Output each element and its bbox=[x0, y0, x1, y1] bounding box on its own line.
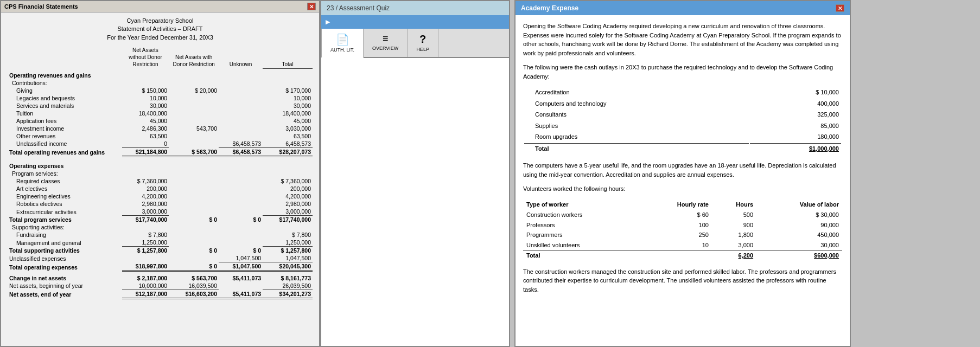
vol-col-value: Value of labor bbox=[756, 199, 842, 210]
volunteer-note: Volunteers worked the following hours: bbox=[523, 184, 842, 194]
volunteer-row: Programmers2501,800450,000 bbox=[523, 230, 842, 240]
change-net-assets-row: Change in net assets $ 2,187,000 $ 563,7… bbox=[8, 274, 313, 282]
cash-amount: $1,000,000 bbox=[750, 143, 841, 154]
help-label: HELP bbox=[416, 47, 429, 52]
engineering-electives-row: Engineering electives 4,200,000 4,200,00… bbox=[8, 192, 313, 200]
intro-para-1: Opening the Software Coding Academy requ… bbox=[523, 22, 842, 57]
unclassified-income-row: Unclassified income 0 $6,458,573 6,458,5… bbox=[8, 140, 313, 148]
vol-col-rate: Hourly rate bbox=[640, 199, 712, 210]
vol-cell-hours: 1,800 bbox=[712, 230, 756, 240]
tab-auth-lit[interactable]: 📄 AUTH. LIT. bbox=[321, 29, 364, 58]
right-titlebar: Academy Expense ✕ bbox=[516, 1, 850, 15]
giving-row: Giving $ 150,000 $ 20,000 $ 170,000 bbox=[8, 87, 313, 94]
net-assets-end-row: Net assets, end of year $12,187,000 $16,… bbox=[8, 290, 313, 298]
middle-header: 23 / Assessment Quiz bbox=[321, 1, 509, 15]
vol-cell-value: 30,000 bbox=[756, 240, 842, 250]
extracurricular-row: Extracurricular activities 3,000,000 3,0… bbox=[8, 208, 313, 216]
vol-cell-rate: 250 bbox=[640, 230, 712, 240]
middle-panel: 23 / Assessment Quiz ▶ 📄 AUTH. LIT. ≡ OV… bbox=[320, 0, 510, 347]
vol-cell-rate bbox=[640, 250, 712, 261]
breadcrumb: 23 / Assessment Quiz bbox=[327, 4, 390, 12]
op-expenses-header: Operating expenses bbox=[8, 159, 313, 170]
net-assets-beginning-row: Net assets, beginning of year 10,000,000… bbox=[8, 282, 313, 290]
right-content: Opening the Software Coding Academy requ… bbox=[516, 15, 850, 346]
vol-col-type: Type of worker bbox=[523, 199, 640, 210]
cash-outlay-row: Room upgrades180,000 bbox=[524, 132, 841, 142]
vol-cell-hours: 900 bbox=[712, 220, 756, 230]
cash-outlay-row: Consultants325,000 bbox=[524, 110, 841, 120]
left-panel: CPS Financial Statements ✕ Cyan Preparat… bbox=[0, 0, 320, 347]
tab-overview[interactable]: ≡ OVERVIEW bbox=[364, 29, 408, 57]
vol-cell-value: 90,000 bbox=[756, 220, 842, 230]
vol-cell-type: Unskilled volunteers bbox=[523, 240, 640, 250]
art-electives-row: Art electives 200,000 200,000 bbox=[8, 185, 313, 192]
total-op-expenses-row: Total operating expenses $18,997,800 $ 0… bbox=[8, 262, 313, 271]
vol-cell-rate: 100 bbox=[640, 220, 712, 230]
volunteer-row: Total6,200$600,000 bbox=[523, 250, 842, 261]
cash-item: Computers and technology bbox=[524, 99, 749, 109]
vol-cell-hours: 3,000 bbox=[712, 240, 756, 250]
required-classes-row: Required classes $ 7,360,000 $ 7,360,000 bbox=[8, 177, 313, 185]
cash-amount: 400,000 bbox=[750, 99, 841, 109]
contributions-header: Contributions: bbox=[8, 79, 313, 87]
middle-body bbox=[321, 58, 509, 346]
app-fees-row: Application fees 45,000 45,000 bbox=[8, 117, 313, 125]
vol-col-hours: Hours bbox=[712, 199, 756, 210]
cash-item: Room upgrades bbox=[524, 132, 749, 142]
financial-table: Net Assetswithout DonorRestriction Net A… bbox=[8, 46, 313, 299]
total-supporting-row: Total supporting activities $ 1,257,800 … bbox=[8, 247, 313, 255]
tab-help[interactable]: ? HELP bbox=[408, 29, 438, 57]
cash-outlays-table: Accreditation$ 10,000Computers and techn… bbox=[523, 86, 842, 155]
volunteer-row: Unskilled volunteers103,00030,000 bbox=[523, 240, 842, 250]
op-revenues-header: Operating revenues and gains bbox=[8, 68, 313, 79]
mgmt-general-row: Management and general 1,250,000 1,250,0… bbox=[8, 239, 313, 247]
cash-outlay-row: Total$1,000,000 bbox=[524, 143, 841, 154]
supporting-header: Supporting activities: bbox=[8, 223, 313, 231]
left-titlebar: CPS Financial Statements ✕ bbox=[1, 1, 319, 12]
middle-tabs: 📄 AUTH. LIT. ≡ OVERVIEW ? HELP bbox=[321, 29, 509, 58]
auth-lit-icon: 📄 bbox=[336, 33, 349, 46]
volunteer-row: Professors10090090,000 bbox=[523, 220, 842, 230]
right-panel: Academy Expense ✕ Opening the Software C… bbox=[514, 0, 851, 347]
depreciation-note: The computers have a 5-year useful life,… bbox=[523, 161, 842, 179]
overview-icon: ≡ bbox=[383, 33, 389, 44]
total-program-services-row: Total program services $17,740,000 $ 0 $… bbox=[8, 216, 313, 224]
cash-item: Total bbox=[524, 143, 749, 154]
robotics-electives-row: Robotics electives 2,980,000 2,980,000 bbox=[8, 200, 313, 208]
cash-item: Accreditation bbox=[524, 87, 749, 98]
services-row: Services and materials 30,000 30,000 bbox=[8, 102, 313, 110]
vol-cell-rate: $ 60 bbox=[640, 210, 712, 220]
total-op-revenues-row: Total operating revenues and gains $21,1… bbox=[8, 147, 313, 156]
vol-cell-type: Programmers bbox=[523, 230, 640, 240]
vol-cell-rate: 10 bbox=[640, 240, 712, 250]
vol-cell-type: Professors bbox=[523, 220, 640, 230]
vol-cell-hours: 6,200 bbox=[712, 250, 756, 261]
cash-amount: 85,000 bbox=[750, 121, 841, 131]
cash-amount: 325,000 bbox=[750, 110, 841, 120]
tuition-row: Tuition 18,400,000 18,400,000 bbox=[8, 110, 313, 117]
cash-outlay-row: Supplies85,000 bbox=[524, 121, 841, 131]
left-scrollable[interactable]: Cyan Preparatory School Statement of Act… bbox=[1, 12, 319, 346]
help-icon: ? bbox=[419, 33, 426, 46]
right-title: Academy Expense bbox=[521, 4, 578, 12]
auth-lit-label: AUTH. LIT. bbox=[330, 47, 354, 53]
cash-amount: $ 10,000 bbox=[750, 87, 841, 98]
unclassified-expenses-row: Unclassified expenses 1,047,500 1,047,50… bbox=[8, 254, 313, 262]
left-content: Cyan Preparatory School Statement of Act… bbox=[1, 12, 319, 346]
left-close-button[interactable]: ✕ bbox=[307, 3, 316, 10]
overview-label: OVERVIEW bbox=[372, 46, 398, 51]
volunteer-table: Type of worker Hourly rate Hours Value o… bbox=[523, 199, 842, 261]
left-title: CPS Financial Statements bbox=[4, 3, 78, 10]
closing-note: The construction workers managed the con… bbox=[523, 267, 842, 294]
cash-item: Consultants bbox=[524, 110, 749, 120]
intro-para-2: The following were the cash outlays in 2… bbox=[523, 63, 842, 81]
vol-cell-value: 450,000 bbox=[756, 230, 842, 240]
vol-cell-type: Construction workers bbox=[523, 210, 640, 220]
fs-title: Cyan Preparatory School Statement of Act… bbox=[8, 17, 313, 42]
nav-separator: ▶ bbox=[326, 18, 330, 25]
program-services-header: Program services: bbox=[8, 170, 313, 177]
cash-outlay-row: Accreditation$ 10,000 bbox=[524, 87, 841, 98]
vol-cell-value: $ 30,000 bbox=[756, 210, 842, 220]
right-close-button[interactable]: ✕ bbox=[836, 4, 844, 12]
fundraising-row: Fundraising $ 7,800 $ 7,800 bbox=[8, 231, 313, 239]
